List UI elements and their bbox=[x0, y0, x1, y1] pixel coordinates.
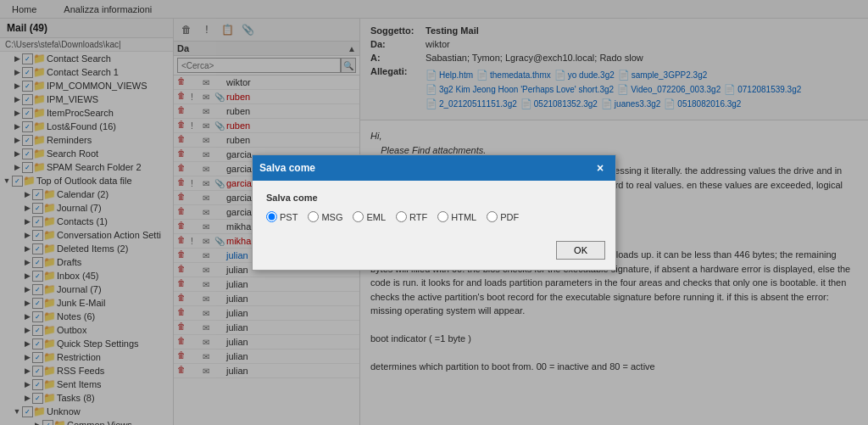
dialog-footer: OK bbox=[253, 234, 615, 270]
format-label-pdf: PDF bbox=[500, 212, 519, 222]
dialog-section-label: Salva come bbox=[266, 193, 602, 203]
format-option-eml[interactable]: EML bbox=[353, 211, 386, 222]
format-option-rtf[interactable]: RTF bbox=[396, 211, 427, 222]
dialog-content: Salva come PSTMSGEMLRTFHTMLPDF bbox=[253, 181, 615, 234]
format-label-pst: PST bbox=[280, 212, 298, 222]
format-radio-eml[interactable] bbox=[353, 211, 364, 222]
dialog-close-button[interactable]: × bbox=[592, 159, 609, 176]
format-label-rtf: RTF bbox=[409, 212, 427, 222]
format-radio-html[interactable] bbox=[437, 211, 448, 222]
format-option-pst[interactable]: PST bbox=[266, 211, 298, 222]
format-option-pdf[interactable]: PDF bbox=[487, 211, 519, 222]
format-radio-rtf[interactable] bbox=[396, 211, 407, 222]
dialog-overlay: Salva come × Salva come PSTMSGEMLRTFHTML… bbox=[0, 0, 868, 425]
format-radio-pst[interactable] bbox=[266, 211, 277, 222]
ok-button[interactable]: OK bbox=[556, 241, 605, 260]
format-radio-group: PSTMSGEMLRTFHTMLPDF bbox=[266, 211, 602, 222]
dialog-title: Salva come bbox=[259, 162, 315, 174]
dialog-titlebar: Salva come × bbox=[253, 155, 615, 181]
format-radio-pdf[interactable] bbox=[487, 211, 498, 222]
format-option-msg[interactable]: MSG bbox=[308, 211, 342, 222]
save-dialog: Salva come × Salva come PSTMSGEMLRTFHTML… bbox=[252, 154, 616, 271]
format-label-eml: EML bbox=[366, 212, 386, 222]
format-label-html: HTML bbox=[451, 212, 476, 222]
format-radio-msg[interactable] bbox=[308, 211, 319, 222]
format-option-html[interactable]: HTML bbox=[437, 211, 476, 222]
format-label-msg: MSG bbox=[321, 212, 342, 222]
